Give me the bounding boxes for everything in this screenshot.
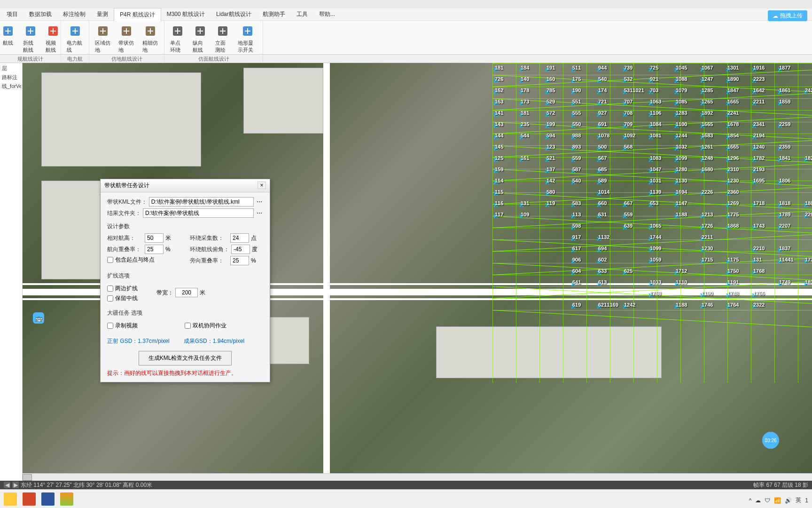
- ribbon-立面测绘[interactable]: 立面测绘: [213, 23, 232, 55]
- fwd-overlap-input[interactable]: [145, 245, 164, 254]
- waypoint-number: 1695: [753, 178, 765, 183]
- output-folder-input[interactable]: [143, 208, 254, 218]
- menu-tab-help[interactable]: 帮助...: [313, 8, 341, 21]
- waypoint-number: 1782: [753, 155, 765, 161]
- width-input[interactable]: [175, 288, 198, 297]
- waypoint-number: 190: [572, 87, 581, 93]
- waypoint-number: 906: [572, 257, 581, 262]
- altitude-input[interactable]: [145, 233, 164, 243]
- waypoint-number: 2341: [753, 121, 765, 127]
- ribbon-区域仿地[interactable]: 区域仿地: [93, 23, 113, 55]
- map-canvas[interactable]: 🚌 中国航天 181184191511944739725104510671301…: [23, 63, 812, 486]
- tray-chevron-icon[interactable]: ^: [749, 497, 752, 504]
- scroll-thumb[interactable]: [23, 474, 32, 481]
- waypoint-number: 1110: [676, 279, 687, 285]
- browse-output-button[interactable]: ⋯: [256, 210, 263, 216]
- sidebar-layer-road[interactable]: 路标注: [1, 73, 21, 82]
- dialog-titlebar[interactable]: 带状航带任务设计 ×: [101, 179, 270, 192]
- status-prev-button[interactable]: ◀: [4, 482, 10, 488]
- app-icon[interactable]: [41, 492, 55, 506]
- waypoint-number: 1147: [676, 200, 687, 206]
- width-label: 带宽：: [156, 289, 173, 297]
- menu-tab-project[interactable]: 项目: [1, 8, 23, 21]
- menu-tab-measure[interactable]: 量测: [91, 8, 114, 21]
- strip-mission-dialog[interactable]: 带状航带任务设计 × 带状KML文件： ⋯ 结果文件夹： ⋯ 设计参数: [100, 179, 270, 382]
- waypoint-number: 653: [650, 200, 658, 206]
- both-sides-checkbox[interactable]: 两边扩线: [107, 285, 138, 293]
- waypoint-number: 1191: [727, 279, 739, 285]
- include-endpoints-checkbox[interactable]: 包含起点与终点: [107, 256, 180, 264]
- kml-file-input[interactable]: [149, 197, 254, 206]
- waypoint-number: 694: [598, 246, 607, 251]
- menu-tab-annotate[interactable]: 标注绘制: [57, 8, 91, 21]
- menu-tab-m300[interactable]: M300 航线设计: [161, 8, 211, 21]
- menu-tab-lidar[interactable]: Lidar航线设计: [211, 8, 257, 21]
- orbit-angle-input[interactable]: [231, 245, 250, 254]
- waypoint-number: 1750: [727, 268, 739, 274]
- waypoint-number: 117: [495, 212, 503, 217]
- menu-tab-assist[interactable]: 航测助手: [257, 8, 291, 21]
- ribbon-航线[interactable]: 航线: [0, 23, 17, 55]
- waypoint-number: 1033: [650, 279, 661, 285]
- ribbon-地形显示开关[interactable]: 地形显示开关: [236, 23, 259, 55]
- ribbon-单点环绕[interactable]: 单点环绕: [168, 23, 187, 55]
- waypoint-number: 1749: [779, 279, 790, 285]
- ribbon-电力航线[interactable]: 电力航线: [65, 23, 85, 55]
- waypoint-number: 639: [624, 223, 632, 229]
- waypoint-number: 143: [495, 121, 503, 127]
- waypoint-number: 145: [495, 144, 503, 150]
- sidebar-layer-root[interactable]: 层: [1, 64, 21, 73]
- waypoint-number: 1748: [727, 291, 739, 296]
- waypoint-number: 1092: [624, 133, 635, 138]
- ribbon-带状仿地[interactable]: 带状仿地: [117, 23, 136, 55]
- tray-shield-icon[interactable]: 🛡: [765, 497, 770, 504]
- orbit-count-input[interactable]: [230, 233, 249, 243]
- ribbon-视频航线[interactable]: 视频航线: [44, 23, 62, 55]
- layer-sidebar[interactable]: 层 路标注 线_forVer: [0, 63, 23, 486]
- waypoint-number: 184: [521, 65, 529, 71]
- ribbon-icon: [68, 24, 83, 39]
- output-folder-label: 结果文件夹：: [107, 209, 141, 217]
- system-tray[interactable]: ^ ☁ 🛡 📶 🔊 英 1: [749, 496, 808, 504]
- tray-ime[interactable]: 英: [796, 496, 801, 504]
- waypoint-number: 1847: [727, 87, 739, 93]
- file-explorer-icon[interactable]: [4, 492, 17, 506]
- dual-drone-checkbox[interactable]: 双机协同作业: [185, 322, 226, 330]
- tray-cloud-icon[interactable]: ☁: [755, 497, 761, 504]
- waypoint-number: 1190: [702, 291, 713, 296]
- waypoint-number: 1213: [702, 212, 713, 217]
- waypoint-number: 131: [753, 257, 762, 262]
- generate-button[interactable]: 生成KML检查文件及任务文件: [139, 351, 232, 365]
- side-overlap-label: 旁向重叠率：: [190, 257, 228, 265]
- side-overlap-unit: %: [251, 257, 256, 264]
- close-icon[interactable]: ×: [258, 182, 266, 189]
- waypoint-number: 1743: [753, 223, 765, 229]
- horizontal-scrollbar[interactable]: [23, 473, 812, 481]
- record-video-checkbox[interactable]: 录制视频: [107, 322, 138, 330]
- ribbon-纵向航线[interactable]: 纵向航线: [191, 23, 210, 55]
- waypoint-number: 163: [495, 99, 503, 104]
- taskbar[interactable]: ^ ☁ 🛡 📶 🔊 英 1: [0, 489, 812, 508]
- ribbon-折线航线[interactable]: 折线航线: [21, 23, 40, 55]
- waypoint-number: 199: [547, 121, 555, 127]
- waypoint-number: 604: [572, 268, 581, 274]
- sublime-icon[interactable]: [60, 492, 73, 506]
- powerpoint-icon[interactable]: [23, 492, 36, 506]
- waypoint-number: 191: [547, 65, 555, 71]
- tray-wifi-icon[interactable]: 📶: [774, 497, 781, 504]
- sidebar-layer-route[interactable]: 线_forVer: [1, 82, 21, 91]
- waypoint-number: 2259: [779, 121, 790, 127]
- tray-volume-icon[interactable]: 🔊: [785, 497, 792, 504]
- waypoint-number: 544: [521, 133, 529, 138]
- menu-tab-load[interactable]: 数据加载: [23, 8, 57, 21]
- cloud-upload-button[interactable]: ☁ 拖拽上传: [768, 10, 807, 21]
- side-overlap-input[interactable]: [230, 256, 249, 265]
- browse-kml-button[interactable]: ⋯: [256, 198, 263, 205]
- waypoint-number: 1766: [753, 291, 765, 296]
- ribbon-精细仿地[interactable]: 精细仿地: [141, 23, 160, 55]
- keep-line-checkbox[interactable]: 保留中线: [107, 294, 138, 302]
- building: [41, 72, 201, 167]
- menu-tab-p4r[interactable]: P4R 航线设计: [114, 8, 161, 21]
- menu-tab-tools[interactable]: 工具: [291, 8, 313, 21]
- status-next-button[interactable]: ▶: [12, 482, 19, 488]
